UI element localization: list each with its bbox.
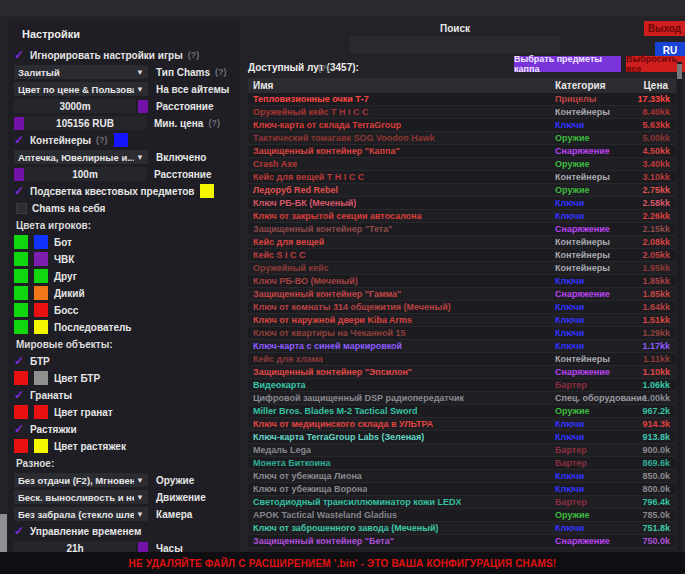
search-input[interactable] bbox=[350, 36, 560, 53]
table-row[interactable]: Защищенный контейнер "Бета"Снаряжение750… bbox=[248, 535, 676, 548]
color-swatch-primary[interactable] bbox=[14, 269, 28, 283]
color-swatch-secondary[interactable] bbox=[34, 269, 48, 283]
table-row[interactable]: Ключ от заброшенного завода (Меченый)Клю… bbox=[248, 522, 676, 535]
table-row[interactable]: Miller Bros. Blades M-2 Tactical SwordОр… bbox=[248, 405, 676, 418]
color-swatch[interactable] bbox=[114, 133, 128, 147]
dropdown[interactable]: Аптечка, Ювелирные и...▼ bbox=[14, 150, 148, 164]
table-row[interactable]: Защищенный контейнер "Гамма"Снаряжение1.… bbox=[248, 288, 676, 301]
loot-scrollbar-thumb[interactable] bbox=[677, 64, 682, 79]
table-row[interactable]: Тактический томагавк SOG Voodoo HawkОруж… bbox=[248, 132, 676, 145]
table-row[interactable]: APOK Tactical Wasteland GladiusОружие785… bbox=[248, 509, 676, 522]
checkbox-checked-icon[interactable]: ✓ bbox=[14, 388, 30, 402]
help-icon[interactable]: (?) bbox=[215, 67, 227, 77]
table-row[interactable]: Кейс для вещей T H I C CКонтейнеры3.10kk bbox=[248, 171, 676, 184]
color-swatch-secondary[interactable] bbox=[34, 405, 48, 419]
help-icon[interactable]: (?) bbox=[188, 50, 200, 60]
table-row[interactable]: Кейс S I C CКонтейнеры2.05kk bbox=[248, 249, 676, 262]
dropdown[interactable]: Без отдачи (F2), Мгновенное п▼ bbox=[14, 473, 148, 487]
loot-scrollbar-track[interactable] bbox=[677, 62, 682, 552]
table-row[interactable]: ВидеокартаБартер1.06kk bbox=[248, 379, 676, 392]
dropdown[interactable]: Без забрала (стекло шлема)▼ bbox=[14, 507, 148, 521]
table-row[interactable]: Ключ-карта от склада TerraGroupКлючи5.63… bbox=[248, 119, 676, 132]
table-row[interactable]: Ключ от медицинского склада в УЛЬТРАКлюч… bbox=[248, 418, 676, 431]
color-swatch-primary[interactable] bbox=[14, 320, 28, 334]
value-input[interactable]: 105156 RUB bbox=[24, 116, 146, 130]
color-swatch-secondary[interactable] bbox=[34, 286, 48, 300]
table-row[interactable]: Кейс для хламаКонтейнеры1.11kk bbox=[248, 353, 676, 366]
table-row[interactable]: Защищенный контейнер "Каппа"Снаряжение4.… bbox=[248, 145, 676, 158]
table-row[interactable]: Монета БиткоинаБартер869.6k bbox=[248, 457, 676, 470]
checkbox-checked-icon[interactable]: ✓ bbox=[14, 524, 30, 538]
checkbox-unchecked[interactable] bbox=[16, 203, 27, 214]
table-row[interactable]: Цифровой защищенный DSP радиопередатчикС… bbox=[248, 392, 676, 405]
dropdown[interactable]: Беск. выносливость и нет уста▼ bbox=[14, 490, 148, 504]
table-row[interactable]: Защищенный контейнер "Эпсилон"Снаряжение… bbox=[248, 366, 676, 379]
color-swatch-primary[interactable] bbox=[14, 439, 28, 453]
table-row[interactable]: Ключ от наружной двери Kiba ArmsКлючи1.5… bbox=[248, 314, 676, 327]
search-label: Поиск bbox=[350, 23, 560, 34]
color-swatch-primary[interactable] bbox=[14, 252, 28, 266]
exit-button[interactable]: Выход bbox=[644, 21, 685, 36]
table-row[interactable]: Оружейный кейсКонтейнеры1.95kk bbox=[248, 262, 676, 275]
color-swatch-primary[interactable] bbox=[14, 405, 28, 419]
help-icon[interactable]: (?) bbox=[208, 118, 220, 128]
checkbox-checked-icon[interactable]: ✓ bbox=[14, 133, 30, 147]
settings-scrollbar-thumb[interactable] bbox=[0, 514, 7, 552]
checkbox-checked-icon[interactable]: ✓ bbox=[14, 184, 30, 198]
title-bar[interactable] bbox=[0, 0, 685, 16]
table-row[interactable]: Crash AxeОружие3.40kk bbox=[248, 158, 676, 171]
help-icon[interactable]: (?) bbox=[96, 135, 108, 145]
value-input[interactable]: 3000m bbox=[14, 99, 136, 113]
table-row[interactable]: Ключ от закрытой секции автосалонаКлючи2… bbox=[248, 210, 676, 223]
table-row[interactable]: Ключ от комнаты 314 общежития (Меченый)К… bbox=[248, 301, 676, 314]
color-swatch-primary[interactable] bbox=[14, 303, 28, 317]
table-row[interactable]: Ключ от квартиры на Чеканной 15Ключи1.29… bbox=[248, 327, 676, 340]
color-swatch-primary[interactable] bbox=[14, 235, 28, 249]
item-name: Кейс S I C C bbox=[253, 250, 306, 260]
color-swatch[interactable] bbox=[200, 184, 214, 198]
table-row[interactable]: Оружейный кейс T H I C CКонтейнеры8.40kk bbox=[248, 106, 676, 119]
table-row[interactable]: Защищенный контейнер "Тета"Снаряжение2.1… bbox=[248, 223, 676, 236]
color-swatch-secondary[interactable] bbox=[34, 303, 48, 317]
column-header-name[interactable]: Имя bbox=[253, 80, 273, 91]
table-row[interactable]: Ключ РБ-БК (Меченый)Ключи2.58kk bbox=[248, 197, 676, 210]
table-row[interactable]: Тепловизионные очки Т-7Прицелы17.33kk bbox=[248, 93, 676, 106]
color-swatch[interactable] bbox=[14, 168, 24, 181]
color-swatch[interactable] bbox=[138, 542, 148, 553]
settings-row: Беск. выносливость и нет уста▼Движение bbox=[14, 490, 233, 504]
color-pair-label: Цвет БТР bbox=[54, 373, 100, 384]
table-row[interactable]: Медаль LegaБартер900.0k bbox=[248, 444, 676, 457]
table-row[interactable]: Кейс для вещейКонтейнеры2.08kk bbox=[248, 236, 676, 249]
loot-help-icon[interactable]: (?) bbox=[318, 63, 330, 73]
column-header-price[interactable]: Цена bbox=[643, 80, 668, 91]
color-swatch[interactable] bbox=[138, 100, 148, 113]
table-row[interactable]: Ключ от убежища ВоронаКлючи800.0k bbox=[248, 483, 676, 496]
checkbox-checked-icon[interactable]: ✓ bbox=[14, 354, 30, 368]
color-swatch-secondary[interactable] bbox=[34, 252, 48, 266]
dropdown[interactable]: Цвет по цене & Пользователь▼ bbox=[14, 82, 148, 96]
item-name: Crash Axe bbox=[253, 159, 297, 169]
checkbox-checked-icon[interactable]: ✓ bbox=[14, 422, 30, 436]
value-input[interactable]: 21h bbox=[14, 541, 136, 552]
color-swatch-primary[interactable] bbox=[14, 286, 28, 300]
color-swatch-secondary[interactable] bbox=[34, 235, 48, 249]
color-swatch-primary[interactable] bbox=[14, 371, 28, 385]
color-swatch-secondary[interactable] bbox=[34, 439, 48, 453]
column-header-category[interactable]: Категория bbox=[555, 80, 605, 91]
table-row[interactable]: Ключ-карта TerraGroup Labs (Зеленая)Ключ… bbox=[248, 431, 676, 444]
item-price: 3.40kk bbox=[642, 159, 670, 169]
select-kappa-items-button[interactable]: Выбрать предметы каппа bbox=[514, 56, 621, 72]
color-swatch-secondary[interactable] bbox=[34, 320, 48, 334]
table-row[interactable]: Светодиодный трансиллюминатор кожи LEDXБ… bbox=[248, 496, 676, 509]
dropdown[interactable]: Залитый▼ bbox=[14, 65, 148, 79]
table-row[interactable]: Ключ РБ-ВО (Меченый)Ключи1.85kk bbox=[248, 275, 676, 288]
item-name: Ключ от убежища Лиона bbox=[253, 471, 362, 481]
value-input[interactable]: 100m bbox=[24, 167, 146, 181]
checkbox-checked-icon[interactable]: ✓ bbox=[14, 48, 30, 62]
table-row[interactable]: Ключ от убежища ЛионаКлючи850.0k bbox=[248, 470, 676, 483]
table-row[interactable]: Ключ-карта с синей маркировкойКлючи1.17k… bbox=[248, 340, 676, 353]
table-row[interactable]: Ледоруб Red RebelОружие2.75kk bbox=[248, 184, 676, 197]
color-swatch-secondary[interactable] bbox=[34, 371, 48, 385]
item-price: 3.10kk bbox=[642, 172, 670, 182]
color-swatch[interactable] bbox=[14, 117, 24, 130]
